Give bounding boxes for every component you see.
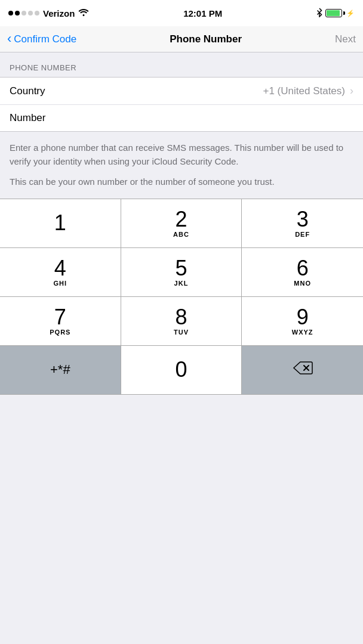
key-4[interactable]: 4 GHI [0, 248, 121, 297]
chevron-right-icon: › [350, 85, 353, 97]
info-text-line2: This can be your own number or the numbe… [10, 175, 353, 189]
country-label: Country [10, 85, 263, 97]
key-5-number: 5 [175, 258, 187, 279]
key-1-number: 1 [54, 212, 66, 234]
signal-dot-1 [8, 11, 13, 16]
key-8[interactable]: 8 TUV [121, 297, 242, 346]
number-label: Number [10, 112, 45, 123]
key-0-number: 0 [175, 359, 187, 380]
next-button[interactable]: Next [335, 33, 356, 45]
key-4-letters: GHI [54, 280, 67, 287]
back-label: Confirm Code [14, 33, 76, 45]
key-7-letters: PQRS [50, 329, 70, 336]
key-0[interactable]: 0 [121, 346, 242, 395]
carrier-label: Verizon [43, 8, 75, 18]
bluetooth-icon [316, 8, 322, 19]
key-2[interactable]: 2 ABC [121, 199, 242, 248]
key-5-letters: JKL [174, 280, 189, 287]
key-8-letters: TUV [174, 329, 189, 336]
key-symbols-label: +*# [50, 362, 70, 377]
phone-form: Country +1 (United States) › Number [0, 77, 363, 132]
key-2-number: 2 [175, 209, 187, 230]
key-symbols[interactable]: +*# [0, 346, 121, 395]
key-backspace[interactable] [242, 346, 363, 395]
signal-dot-2 [15, 11, 20, 16]
numpad: 1 2 ABC 3 DEF 4 GHI 5 JKL 6 MNO 7 PQRS 8… [0, 199, 363, 395]
key-9-letters: WXYZ [292, 329, 313, 336]
key-3-number: 3 [297, 209, 309, 230]
info-text-line1: Enter a phone number that can receive SM… [10, 141, 353, 168]
country-row[interactable]: Country +1 (United States) › [0, 78, 363, 105]
key-3-letters: DEF [295, 231, 310, 238]
signal-dot-5 [35, 11, 39, 16]
status-right: ⚡ [316, 8, 355, 19]
key-6[interactable]: 6 MNO [242, 248, 363, 297]
status-left: Verizon [8, 8, 89, 18]
key-9-number: 9 [297, 306, 309, 328]
info-section: Enter a phone number that can receive SM… [0, 132, 363, 199]
time-display: 12:01 PM [183, 8, 222, 18]
key-7-number: 7 [54, 306, 66, 328]
battery-indicator: ⚡ [325, 9, 355, 17]
back-button[interactable]: ‹ Confirm Code [7, 33, 76, 45]
number-row[interactable]: Number [0, 105, 363, 131]
key-1[interactable]: 1 [0, 199, 121, 248]
key-3[interactable]: 3 DEF [242, 199, 363, 248]
key-8-number: 8 [175, 306, 187, 328]
signal-dots [8, 11, 39, 16]
page-title: Phone Number [170, 33, 242, 45]
key-9[interactable]: 9 WXYZ [242, 297, 363, 346]
wifi-icon [78, 8, 89, 18]
key-6-letters: MNO [294, 280, 311, 287]
backspace-icon [293, 360, 313, 379]
key-5[interactable]: 5 JKL [121, 248, 242, 297]
country-value: +1 (United States) [263, 85, 346, 97]
key-4-number: 4 [54, 258, 66, 279]
section-label: PHONE NUMBER [0, 52, 363, 77]
key-6-number: 6 [297, 258, 309, 279]
key-2-letters: ABC [173, 231, 189, 238]
signal-dot-3 [21, 11, 26, 16]
status-bar: Verizon 12:01 PM ⚡ [0, 0, 363, 26]
key-7[interactable]: 7 PQRS [0, 297, 121, 346]
nav-bar: ‹ Confirm Code Phone Number Next [0, 26, 363, 52]
back-arrow-icon: ‹ [7, 32, 11, 45]
signal-dot-4 [28, 11, 33, 16]
